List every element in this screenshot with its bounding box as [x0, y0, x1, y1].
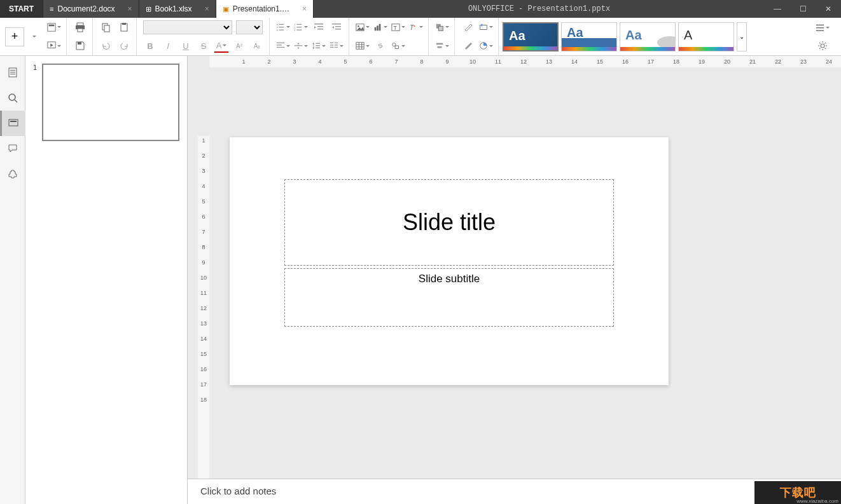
decrease-indent-button[interactable]: [312, 20, 326, 34]
line-spacing-button[interactable]: [312, 39, 326, 53]
superscript-button[interactable]: A²: [232, 39, 246, 53]
svg-point-15: [277, 29, 278, 31]
layout-button[interactable]: [47, 20, 61, 34]
file-menu-button[interactable]: [0, 60, 25, 85]
undo-button[interactable]: [99, 39, 113, 53]
redo-button[interactable]: [117, 39, 131, 53]
underline-button[interactable]: U: [179, 39, 193, 53]
columns-button[interactable]: [330, 39, 344, 53]
svg-rect-31: [277, 47, 284, 48]
theme-3[interactable]: Aa: [620, 22, 676, 51]
increase-indent-button[interactable]: [330, 20, 344, 34]
tab-document[interactable]: ≡ Document2.docx ×: [43, 0, 139, 18]
bold-button[interactable]: B: [143, 39, 157, 53]
copy-style-button[interactable]: [461, 39, 475, 53]
svg-rect-25: [317, 29, 323, 30]
notes-area[interactable]: Click to add notes ▲▼: [188, 479, 841, 504]
thumb-number: 1: [33, 64, 42, 141]
slides-panel-button[interactable]: [0, 111, 25, 136]
svg-rect-22: [296, 29, 302, 30]
slide-canvas[interactable]: Slide title Slide subtitle: [230, 137, 669, 385]
svg-rect-72: [10, 70, 15, 71]
tab-spreadsheet[interactable]: ⊞ Book1.xlsx ×: [139, 0, 216, 18]
add-slide-dropdown[interactable]: [27, 30, 41, 44]
svg-rect-12: [279, 24, 284, 25]
halign-button[interactable]: [276, 39, 290, 53]
watermark: 下载吧 www.xiazaiba.com: [754, 481, 841, 504]
svg-rect-58: [395, 46, 398, 48]
svg-rect-52: [356, 43, 364, 50]
start-tab[interactable]: START: [0, 0, 43, 18]
svg-rect-14: [279, 27, 284, 27]
svg-rect-5: [78, 29, 83, 32]
svg-rect-3: [77, 23, 83, 25]
tab-label: Book1.xlsx: [155, 4, 192, 13]
minimize-button[interactable]: —: [765, 0, 790, 18]
svg-rect-68: [816, 27, 824, 28]
svg-rect-42: [335, 47, 338, 48]
italic-button[interactable]: I: [161, 39, 175, 53]
subscript-button[interactable]: A₂: [250, 39, 264, 53]
slide-thumbnails-panel: 1: [25, 56, 188, 504]
search-button[interactable]: [0, 85, 25, 111]
slide-thumbnail[interactable]: [42, 64, 179, 141]
svg-rect-35: [316, 45, 320, 46]
svg-point-70: [821, 44, 824, 48]
numbering-button[interactable]: 123: [294, 20, 308, 34]
insert-image-button[interactable]: [356, 20, 370, 34]
sheet-icon: ⊞: [146, 5, 151, 13]
color-scheme-button[interactable]: [479, 39, 493, 53]
maximize-button[interactable]: ☐: [790, 0, 816, 18]
close-icon[interactable]: ×: [302, 4, 307, 13]
insert-shape-button[interactable]: [391, 39, 405, 53]
theme-2[interactable]: Aa: [561, 22, 617, 51]
insert-text-button[interactable]: T: [391, 20, 405, 34]
close-window-button[interactable]: ✕: [816, 0, 841, 18]
svg-rect-38: [335, 43, 338, 43]
view-settings-button[interactable]: [816, 21, 830, 35]
play-button[interactable]: [47, 39, 61, 53]
arrange-button[interactable]: [435, 20, 449, 34]
valign-button[interactable]: [294, 39, 308, 53]
comments-button[interactable]: [0, 136, 25, 161]
strike-button[interactable]: S: [197, 39, 211, 53]
settings-button[interactable]: [816, 39, 830, 53]
close-icon[interactable]: ×: [128, 4, 132, 13]
svg-rect-36: [316, 48, 320, 48]
tab-label: Document2.docx: [58, 4, 115, 13]
theme-1[interactable]: Aa: [503, 22, 559, 51]
insert-chart-button[interactable]: [373, 20, 387, 34]
insert-table-button[interactable]: [356, 39, 370, 53]
insert-link-button[interactable]: [373, 39, 387, 53]
svg-rect-37: [330, 43, 333, 43]
svg-rect-8: [104, 25, 109, 32]
font-size-select[interactable]: [236, 20, 263, 34]
themes-dropdown[interactable]: ⌄: [737, 22, 747, 51]
plugins-button[interactable]: [0, 161, 25, 187]
font-name-select[interactable]: [143, 20, 232, 34]
svg-text:T: T: [394, 24, 398, 31]
bullets-button[interactable]: [276, 20, 290, 34]
svg-rect-23: [314, 24, 323, 25]
slide-size-button[interactable]: [479, 20, 493, 34]
svg-rect-61: [436, 43, 443, 45]
presentation-icon: ▣: [223, 5, 229, 13]
tab-presentation[interactable]: ▣ Presentation1.… ×: [216, 0, 314, 18]
svg-rect-27: [335, 26, 341, 27]
paste-button[interactable]: [117, 20, 131, 34]
slide-subtitle-placeholder[interactable]: Slide subtitle: [284, 268, 614, 327]
print-button[interactable]: [73, 20, 87, 34]
save-button[interactable]: [73, 39, 87, 53]
align-objects-button[interactable]: [435, 39, 449, 53]
font-color-button[interactable]: A: [214, 39, 228, 53]
svg-point-75: [9, 94, 15, 100]
add-slide-button[interactable]: +: [5, 27, 24, 46]
tab-label: Presentation1.…: [233, 4, 289, 13]
slide-title-placeholder[interactable]: Slide title: [284, 179, 614, 266]
close-icon[interactable]: ×: [205, 4, 209, 13]
insert-textart-button[interactable]: T×: [409, 20, 423, 34]
clear-style-button[interactable]: [461, 20, 475, 34]
app-title: ONLYOFFICE - Presentation1.pptx: [314, 0, 765, 18]
theme-4[interactable]: A: [678, 22, 734, 51]
copy-button[interactable]: [99, 20, 113, 34]
